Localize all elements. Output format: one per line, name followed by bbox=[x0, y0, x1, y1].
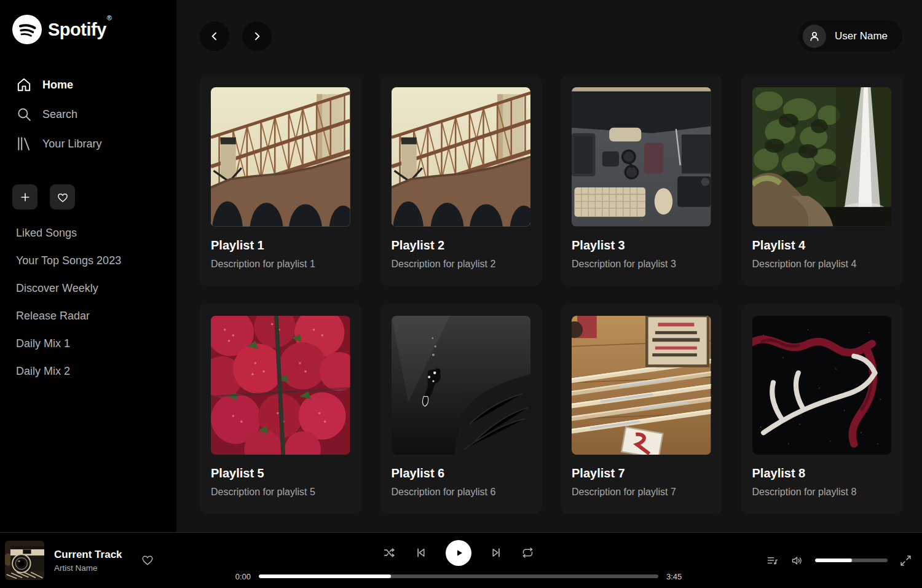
sidebar-item-your-library[interactable]: Your Library bbox=[12, 129, 164, 159]
playlist-card-5[interactable]: Playlist 5 Description for playlist 5 bbox=[200, 304, 361, 514]
main-content: User Name Playlist 1 Description for pla… bbox=[176, 0, 922, 532]
playlist-card-7[interactable]: Playlist 7 Description for playlist 7 bbox=[561, 304, 722, 514]
sidebar-item-label: Search bbox=[42, 108, 77, 121]
sidebar-item-home[interactable]: Home bbox=[12, 70, 164, 100]
previous-icon bbox=[414, 546, 427, 559]
transport-controls bbox=[383, 540, 534, 566]
shuffle-icon bbox=[383, 546, 396, 559]
queue-button[interactable] bbox=[766, 554, 779, 567]
app-window: Spotify® Home Search Your Library bbox=[0, 0, 922, 532]
playlist-cover-image bbox=[392, 87, 531, 227]
next-track-button[interactable] bbox=[490, 546, 503, 559]
sidebar-playlist-discover-weekly[interactable]: Discover Weekly bbox=[12, 275, 164, 302]
playlist-cover-image bbox=[752, 87, 892, 227]
shuffle-button[interactable] bbox=[383, 546, 396, 559]
playlist-card-4[interactable]: Playlist 4 Description for playlist 4 bbox=[741, 76, 903, 286]
chevron-left-icon bbox=[208, 30, 221, 42]
sidebar-item-label: Home bbox=[42, 79, 73, 92]
playlist-title: Playlist 6 bbox=[392, 466, 531, 480]
create-playlist-button[interactable] bbox=[12, 184, 37, 210]
sidebar-playlist-your-top-songs-2023[interactable]: Your Top Songs 2023 bbox=[12, 247, 164, 275]
volume-slider[interactable] bbox=[815, 559, 888, 562]
progress-section: 0:00 3:45 bbox=[231, 572, 686, 581]
sidebar: Spotify® Home Search Your Library bbox=[0, 0, 176, 532]
now-playing: Current Track Artist Name bbox=[5, 541, 231, 580]
playlist-title: Playlist 3 bbox=[572, 238, 711, 253]
repeat-icon bbox=[521, 546, 534, 559]
search-icon bbox=[16, 106, 32, 122]
playlist-title: Playlist 7 bbox=[572, 466, 711, 480]
user-name-label: User Name bbox=[835, 30, 888, 42]
seek-bar[interactable] bbox=[259, 574, 658, 578]
playlist-description: Description for playlist 2 bbox=[392, 259, 531, 270]
track-title: Current Track bbox=[54, 549, 122, 561]
fullscreen-button[interactable] bbox=[899, 554, 912, 567]
playlist-card-1[interactable]: Playlist 1 Description for playlist 1 bbox=[200, 76, 361, 286]
history-nav bbox=[200, 22, 272, 51]
sidebar-nav: Home Search Your Library bbox=[12, 70, 164, 159]
playlist-description: Description for playlist 6 bbox=[392, 487, 531, 498]
spotify-logo-text: Spotify® bbox=[48, 20, 111, 40]
playlist-cover-image bbox=[211, 316, 350, 455]
plus-icon bbox=[19, 191, 31, 203]
playlist-description: Description for playlist 4 bbox=[752, 259, 892, 270]
sidebar-playlists: Liked Songs Your Top Songs 2023 Discover… bbox=[12, 219, 164, 385]
playlist-card-2[interactable]: Playlist 2 Description for playlist 2 bbox=[380, 76, 542, 286]
player-controls: 0:00 3:45 bbox=[231, 540, 686, 581]
current-time-label: 0:00 bbox=[231, 572, 251, 581]
library-icon bbox=[16, 136, 32, 152]
playlist-card-3[interactable]: Playlist 3 Description for playlist 3 bbox=[561, 76, 722, 286]
playlist-cover-image bbox=[572, 87, 711, 227]
sidebar-playlist-release-radar[interactable]: Release Radar bbox=[12, 302, 164, 330]
sidebar-playlist-liked-songs[interactable]: Liked Songs bbox=[12, 219, 164, 247]
sidebar-item-search[interactable]: Search bbox=[12, 100, 164, 129]
playlist-cover-image bbox=[211, 87, 350, 227]
play-icon bbox=[453, 547, 465, 559]
heart-icon bbox=[141, 553, 154, 566]
like-track-button[interactable] bbox=[141, 553, 154, 568]
total-time-label: 3:45 bbox=[666, 572, 686, 581]
track-info: Current Track Artist Name bbox=[54, 549, 122, 573]
avatar bbox=[803, 25, 826, 48]
playlist-title: Playlist 8 bbox=[752, 466, 892, 480]
playlist-card-6[interactable]: Playlist 6 Description for playlist 6 bbox=[380, 304, 542, 514]
playlist-cover-image bbox=[572, 316, 711, 455]
playlist-description: Description for playlist 3 bbox=[572, 259, 711, 270]
playlist-card-8[interactable]: Playlist 8 Description for playlist 8 bbox=[741, 304, 903, 514]
heart-icon bbox=[57, 191, 69, 203]
sidebar-playlist-daily-mix-1[interactable]: Daily Mix 1 bbox=[12, 330, 164, 358]
forward-button[interactable] bbox=[242, 22, 272, 51]
expand-icon bbox=[899, 554, 912, 567]
playlist-title: Playlist 2 bbox=[392, 238, 531, 253]
playlist-description: Description for playlist 8 bbox=[752, 487, 892, 498]
volume-icon bbox=[790, 554, 803, 567]
playlist-title: Playlist 4 bbox=[752, 238, 892, 253]
player-options bbox=[686, 554, 912, 567]
volume-fill bbox=[815, 559, 852, 562]
liked-songs-button[interactable] bbox=[50, 184, 75, 210]
playlist-description: Description for playlist 7 bbox=[572, 487, 711, 498]
spotify-logo-icon bbox=[12, 15, 42, 44]
progress-fill bbox=[259, 574, 391, 578]
home-icon bbox=[16, 77, 32, 93]
back-button[interactable] bbox=[200, 22, 229, 51]
sidebar-playlist-daily-mix-2[interactable]: Daily Mix 2 bbox=[12, 358, 164, 385]
sidebar-actions bbox=[12, 184, 164, 210]
user-menu-button[interactable]: User Name bbox=[798, 20, 902, 52]
play-button[interactable] bbox=[446, 540, 471, 566]
playlist-description: Description for playlist 5 bbox=[211, 487, 350, 498]
player-bar: Current Track Artist Name bbox=[0, 532, 922, 588]
sidebar-item-label: Your Library bbox=[42, 138, 101, 151]
repeat-button[interactable] bbox=[521, 546, 534, 559]
playlist-title: Playlist 1 bbox=[211, 238, 350, 253]
previous-track-button[interactable] bbox=[414, 546, 427, 559]
playlist-description: Description for playlist 1 bbox=[211, 259, 350, 270]
playlist-cover-image bbox=[392, 316, 531, 455]
next-icon bbox=[490, 546, 503, 559]
volume-button[interactable] bbox=[790, 554, 803, 567]
top-bar: User Name bbox=[176, 0, 922, 52]
album-art bbox=[5, 541, 44, 580]
spotify-logo[interactable]: Spotify® bbox=[12, 15, 164, 44]
playlist-cover-image bbox=[752, 316, 892, 455]
playlist-title: Playlist 5 bbox=[211, 466, 350, 480]
